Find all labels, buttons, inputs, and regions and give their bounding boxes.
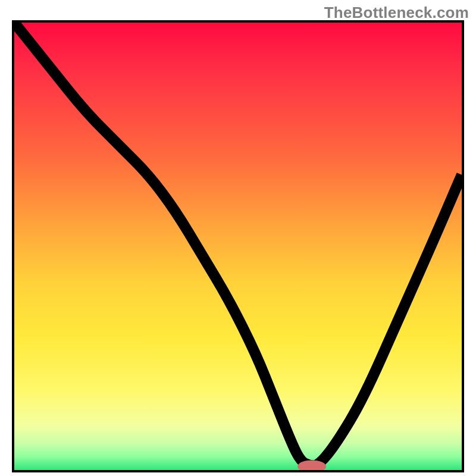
chart-stage: TheBottleneck.com — [0, 0, 476, 476]
bottleneck-curve-path — [14, 23, 462, 465]
watermark-text: TheBottleneck.com — [324, 4, 469, 22]
bottleneck-curve-svg — [14, 23, 462, 470]
plot-area — [12, 20, 464, 472]
